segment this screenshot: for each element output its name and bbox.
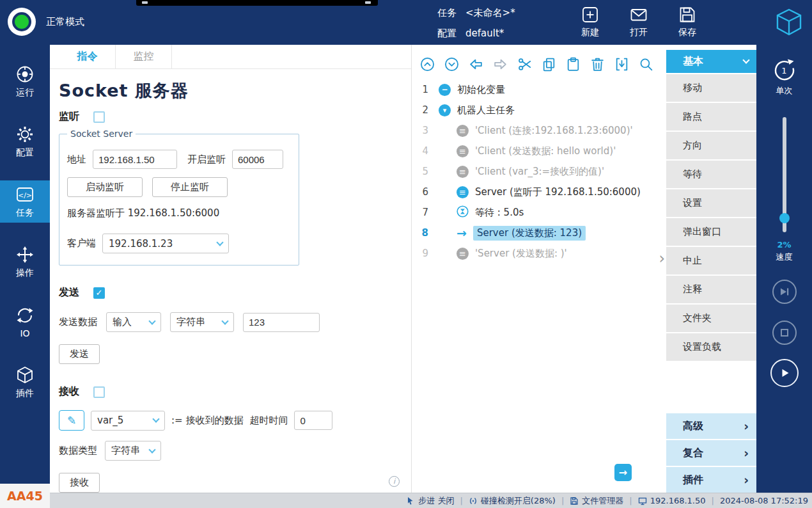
tree-line[interactable]: 7 等待 : 5.0s — [412, 202, 666, 223]
panel-expander-chevron[interactable] — [659, 251, 665, 266]
search-button[interactable] — [638, 56, 654, 72]
stop-button[interactable] — [772, 321, 797, 345]
listen-checkbox[interactable] — [93, 111, 105, 123]
server-listen-icon — [457, 186, 469, 198]
sidebar-item-run[interactable]: 运行 — [0, 60, 50, 102]
tree-line[interactable]: 4 'Client (发送数据: hello world)' — [412, 141, 666, 161]
send-button[interactable]: 发送 — [59, 344, 100, 364]
sidebar-item-config[interactable]: 配置 — [0, 120, 50, 163]
category-item-folder[interactable]: 文件夹 — [666, 305, 756, 332]
undo-icon — [468, 56, 484, 72]
listen-label: 监听 — [59, 110, 79, 123]
category-group-plugin[interactable]: 插件 — [666, 467, 756, 493]
category-item-comment[interactable]: 注释 — [666, 276, 756, 303]
tree-line[interactable]: 5 'Client (var_3:=接收到的值)' — [412, 161, 666, 182]
open-button[interactable]: 打开 — [629, 5, 648, 38]
port-input[interactable] — [232, 150, 283, 169]
single-run-button[interactable]: 1 单次 — [772, 58, 797, 97]
statusbar-collision[interactable]: 碰撞检测开启(28%) — [469, 495, 556, 507]
redo-icon — [492, 56, 508, 72]
receive-button[interactable]: 接收 — [59, 473, 100, 493]
topbar: 正常模式 任务 <未命名>* 配置 default* 新建 — [0, 0, 812, 45]
speed-slider[interactable] — [783, 117, 786, 232]
copy-button[interactable] — [541, 56, 557, 72]
tree-line[interactable]: 2 机器人主任务 — [412, 100, 666, 120]
category-group-composite[interactable]: 复合 — [666, 440, 756, 466]
undo-button[interactable] — [468, 56, 484, 72]
info-icon[interactable] — [389, 476, 400, 487]
category-group-advanced[interactable]: 高级 — [666, 413, 756, 439]
collapse-all-button[interactable] — [419, 56, 435, 72]
screen-notch — [136, 0, 378, 6]
tree-line[interactable]: 9 'Server (发送数据: )' — [412, 243, 666, 264]
stop-listen-button[interactable]: 停止监听 — [152, 177, 228, 197]
program-tree-panel: 1 初始化变量 2 机器人主任务 3 'Client (连接:19 — [411, 45, 666, 493]
skip-next-button[interactable] — [772, 280, 797, 304]
slider-thumb[interactable] — [779, 213, 790, 223]
timeout-input[interactable] — [294, 411, 332, 430]
redo-button[interactable] — [492, 56, 508, 72]
commented-instruction-icon — [457, 145, 469, 157]
cut-button[interactable] — [517, 56, 533, 72]
clipboard-icon — [565, 56, 581, 72]
status-indicator-icon — [8, 8, 36, 36]
receive-checkbox[interactable] — [93, 386, 105, 398]
statusbar-step-toggle[interactable]: 步进 关闭 — [406, 495, 454, 507]
statusbar-robot-ip[interactable]: 192.168.1.50 — [638, 496, 706, 505]
main-tabs: 指令 监控 — [50, 45, 411, 69]
sidebar-item-io[interactable]: IO — [0, 301, 50, 343]
category-item-direction[interactable]: 方向 — [666, 132, 756, 159]
chevron-down-icon — [216, 239, 223, 246]
new-button[interactable]: 新建 — [581, 5, 600, 38]
socket-server-form: Socket 服务器 监听 Socket Server 地址 开启监听 — [50, 69, 411, 493]
category-item-payload[interactable]: 设置负载 — [666, 333, 756, 361]
receive-var-select[interactable]: var_5 — [91, 411, 165, 431]
floppy-icon — [570, 496, 579, 505]
category-item-abort[interactable]: 中止 — [666, 247, 756, 274]
open-file-icon — [629, 5, 648, 24]
tree-line[interactable]: 6 Server (监听于 192.168.1.50:6000) — [412, 182, 666, 202]
sidebar-item-task[interactable]: </> 任务 — [0, 180, 50, 223]
paste-button[interactable] — [565, 56, 581, 72]
step-next-button[interactable] — [614, 464, 632, 481]
send-value-input[interactable] — [243, 313, 320, 332]
receive-type-select[interactable]: 字符串 — [105, 441, 161, 461]
category-item-move[interactable]: 移动 — [666, 74, 756, 102]
category-item-wait[interactable]: 等待 — [666, 161, 756, 188]
tree-line[interactable]: 1 初始化变量 — [412, 79, 666, 100]
delete-button[interactable] — [589, 56, 605, 72]
send-type-select[interactable]: 字符串 — [170, 312, 234, 332]
client-select[interactable]: 192.168.1.23 — [102, 234, 229, 253]
save-button[interactable]: 保存 — [678, 5, 697, 38]
play-button[interactable] — [770, 359, 799, 387]
tab-instruction[interactable]: 指令 — [59, 45, 116, 68]
chevron-down-icon — [148, 446, 155, 453]
category-item-waypoint[interactable]: 路点 — [666, 103, 756, 131]
category-header-basic[interactable]: 基本 — [666, 50, 756, 73]
expand-all-button[interactable] — [444, 56, 460, 72]
commented-instruction-icon — [457, 248, 469, 260]
tree-line-selected[interactable]: 8 Server (发送数据: 123) — [412, 223, 666, 243]
timeout-label: 超时时间 — [249, 415, 288, 427]
variable-edit-button[interactable] — [59, 410, 84, 431]
port-label: 开启监听 — [187, 154, 226, 166]
send-checkbox[interactable] — [93, 287, 105, 299]
send-source-select[interactable]: 输入 — [106, 312, 161, 332]
tree-line[interactable]: 3 'Client (连接:192.168.1.23:6000)' — [412, 120, 666, 141]
start-listen-button[interactable]: 启动监听 — [67, 177, 143, 197]
statusbar-file-manager[interactable]: 文件管理器 — [570, 495, 623, 507]
tab-monitor[interactable]: 监控 — [116, 45, 172, 68]
mode-indicator-group: 正常模式 — [8, 8, 84, 36]
category-item-set[interactable]: 设置 — [666, 189, 756, 217]
datatype-label: 数据类型 — [59, 445, 97, 457]
sidebar-item-plugin[interactable]: 插件 — [0, 361, 50, 403]
sidebar-item-operate[interactable]: 操作 — [0, 241, 50, 283]
speed-label: 速度 — [776, 251, 793, 263]
socket-server-legend: Socket Server — [67, 129, 136, 139]
address-input[interactable] — [93, 150, 177, 169]
insert-into-button[interactable] — [614, 56, 630, 72]
category-item-popup[interactable]: 弹出窗口 — [666, 218, 756, 246]
send-data-label: 发送数据 — [59, 316, 97, 328]
server-status-text: 服务器监听于 192.168.1.50:6000 — [67, 207, 291, 219]
program-tree: 1 初始化变量 2 机器人主任务 3 'Client (连接:19 — [412, 79, 666, 264]
